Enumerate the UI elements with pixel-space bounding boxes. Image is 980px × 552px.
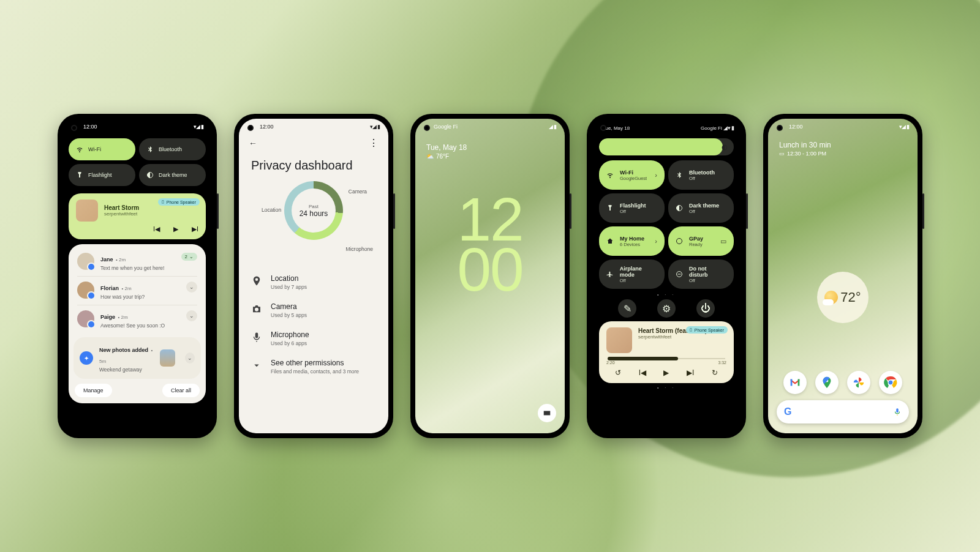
- photo-thumb: [160, 349, 175, 367]
- svg-point-2: [677, 239, 682, 244]
- qs-wifi[interactable]: Wi-Fi: [69, 138, 135, 160]
- perm-microphone[interactable]: MicrophoneUsed by 6 apps: [247, 324, 380, 352]
- status-icons: ▾◢ ▮: [370, 124, 380, 130]
- seek-bar[interactable]: [608, 358, 725, 359]
- perm-title: See other permissions: [271, 359, 359, 367]
- tile-title: Wi-Fi: [620, 170, 647, 176]
- gpay-icon: [676, 237, 683, 245]
- notif-body: Awesome! See you soon :O: [100, 323, 165, 329]
- mic-icon[interactable]: [893, 408, 902, 416]
- qs-label: Bluetooth: [159, 146, 182, 152]
- sender: Jane: [100, 256, 113, 263]
- perm-location[interactable]: LocationUsed by 7 apps: [247, 268, 380, 296]
- wallet-button[interactable]: [538, 404, 556, 422]
- tile-title: Airplane mode: [620, 266, 657, 278]
- dnd-icon: [676, 270, 683, 278]
- notif-body: Text me when you get here!: [100, 265, 164, 271]
- plane-icon: [606, 270, 614, 278]
- photos-app-icon: ✦: [80, 351, 93, 365]
- count-badge[interactable]: 2 ⌄: [181, 253, 197, 261]
- conversation-notification[interactable]: Paige • 2m Awesome! See you soon :O ⌄: [74, 305, 201, 334]
- lock-clock: 12 00: [415, 194, 565, 294]
- edit-button[interactable]: ✎: [618, 299, 636, 318]
- play-icon[interactable]: ▶: [173, 225, 178, 233]
- album-art: [606, 327, 632, 353]
- status-time: 12:00: [83, 124, 97, 130]
- tile-sub: Off: [689, 176, 715, 181]
- status-bar: 12:00 ▾◢ ▮: [62, 119, 212, 133]
- tile-sub: Off: [689, 278, 726, 283]
- tile-sub: Ready: [689, 242, 703, 247]
- settings-button[interactable]: ⚙: [657, 299, 676, 318]
- output-chip[interactable]: ▯Phone Speaker: [686, 326, 728, 334]
- qs-date: Tue, May 18: [603, 125, 630, 131]
- tile-title: Dark theme: [689, 203, 719, 209]
- qs-label: Flashlight: [88, 172, 112, 178]
- clock-mins: 00: [415, 244, 565, 294]
- output-label: Phone Speaker: [167, 200, 196, 204]
- qs-wifi[interactable]: Wi-FiGoogleGuest›: [599, 160, 665, 190]
- at-a-glance[interactable]: Lunch in 30 min ▭12:30 - 1:00 PM: [779, 141, 907, 157]
- output-chip[interactable]: ▯Phone Speaker: [158, 198, 200, 206]
- forward-icon[interactable]: ↻: [712, 368, 718, 377]
- weather-widget[interactable]: 72°: [817, 272, 869, 323]
- chrome-app[interactable]: [879, 371, 902, 394]
- qs-dark-theme[interactable]: Dark theme: [139, 164, 206, 186]
- expand-button[interactable]: ⌄: [186, 310, 197, 321]
- clear-all-button[interactable]: Clear all: [162, 384, 200, 397]
- rewind-icon[interactable]: ↺: [615, 368, 621, 377]
- next-icon[interactable]: ▶I: [687, 368, 694, 377]
- overflow-icon[interactable]: ⋮: [369, 137, 379, 149]
- expand-button[interactable]: ⌄: [186, 282, 197, 293]
- qs-label: Dark theme: [159, 172, 187, 178]
- carrier-label: Google Fi: [701, 125, 722, 131]
- home-icon: [606, 237, 614, 245]
- perm-camera[interactable]: CameraUsed by 5 apps: [247, 296, 380, 324]
- play-icon[interactable]: ▶: [663, 368, 669, 377]
- photos-app[interactable]: [847, 371, 870, 394]
- qs-bluetooth[interactable]: Bluetooth: [139, 138, 206, 160]
- dark-icon: [676, 204, 683, 212]
- bluetooth-icon: [146, 146, 154, 153]
- next-icon[interactable]: ▶I: [192, 225, 198, 233]
- notif-body: Weekend getaway: [99, 367, 154, 373]
- status-time: 12:00: [789, 124, 803, 130]
- phone-speaker-icon: ▯: [162, 200, 164, 204]
- conversation-notification[interactable]: Florian • 2m How was your trip? ⌄: [74, 277, 201, 305]
- maps-app[interactable]: [815, 371, 839, 394]
- phone-privacy-dashboard: 12:00 ▾◢ ▮ ← ⋮ Privacy dashboard Past 24…: [234, 114, 393, 438]
- power-button[interactable]: ⏻: [696, 299, 715, 318]
- qs-flashlight[interactable]: Flashlight: [69, 164, 135, 186]
- conversation-notification[interactable]: Jane • 2m Text me when you get here! 2 ⌄: [74, 248, 201, 276]
- qs-airplane[interactable]: Airplane modeOff: [599, 259, 665, 289]
- perm-other[interactable]: See other permissionsFiles and media, co…: [247, 352, 380, 381]
- location-icon: [251, 275, 262, 286]
- brightness-slider[interactable]: ◐: [599, 138, 734, 155]
- back-button[interactable]: ←: [249, 138, 257, 148]
- album-art: [76, 200, 98, 222]
- perm-title: Camera: [271, 302, 307, 311]
- wifi-icon: [76, 146, 83, 153]
- manage-button[interactable]: Manage: [75, 384, 112, 397]
- expand-button[interactable]: ⌄: [185, 352, 195, 364]
- sender: Paige: [100, 314, 115, 320]
- qs-dark-theme[interactable]: Dark themeOff: [668, 193, 734, 223]
- media-player[interactable]: ▯Phone Speaker Heart Storm (feat. NAO) s…: [599, 321, 734, 383]
- ring-seg-camera: Camera: [349, 188, 367, 195]
- notifications-panel: Jane • 2m Text me when you get here! 2 ⌄…: [69, 244, 206, 403]
- tile-sub: GoogleGuest: [620, 176, 647, 181]
- search-bar[interactable]: G: [777, 400, 909, 423]
- prev-icon[interactable]: I◀: [639, 368, 646, 377]
- qs-flashlight[interactable]: FlashlightOff: [599, 193, 665, 223]
- media-card[interactable]: ▯Phone Speaker Heart Storm serpentwithfe…: [69, 193, 206, 239]
- qs-dnd[interactable]: Do not disturbOff: [668, 259, 734, 289]
- gmail-app[interactable]: [783, 371, 807, 394]
- status-time: 12:00: [260, 124, 274, 130]
- qs-bluetooth[interactable]: BluetoothOff: [668, 160, 734, 190]
- photos-notification[interactable]: ✦ New photos added • 5m Weekend getaway …: [74, 337, 201, 379]
- qs-gpay[interactable]: GPayReady▭: [668, 226, 734, 256]
- prev-icon[interactable]: I◀: [153, 225, 160, 233]
- chevron-right-icon: ›: [655, 171, 657, 179]
- perm-title: Location: [271, 274, 307, 283]
- qs-home[interactable]: My Home6 Devices›: [599, 226, 665, 256]
